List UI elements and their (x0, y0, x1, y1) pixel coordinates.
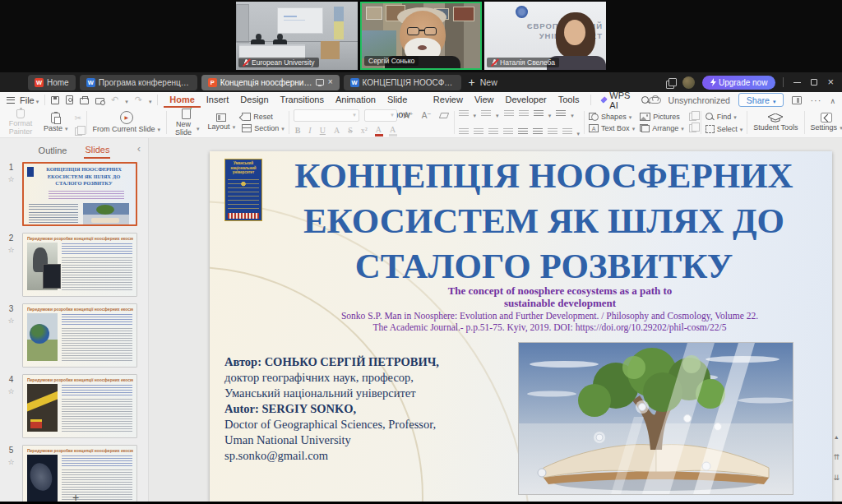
new-slide-button[interactable]: New Slide (171, 109, 201, 136)
menu-item-slide-show[interactable]: Slide Show (382, 92, 428, 108)
shrink-font-button[interactable]: A⁻ (420, 111, 433, 120)
current-slide[interactable]: Уманський національний університет КОНЦЕ… (210, 151, 832, 502)
thumbnail-preview[interactable]: Передумови розробки концепції ноосферних… (22, 303, 137, 368)
cut-scissors-icon[interactable] (75, 109, 82, 124)
copy-icon[interactable] (75, 127, 82, 136)
tab-close-icon[interactable]: × (327, 78, 333, 86)
redo-dropdown-icon[interactable] (149, 95, 152, 105)
next-slide-icon[interactable] (833, 469, 840, 483)
select-button[interactable]: Select (706, 125, 743, 133)
student-tools-button[interactable]: Student Tools (752, 113, 799, 132)
tab-word-document-2[interactable]: W КОНЦЕПЦІЯ НООСФЕРНИХ ЕКОСИ (344, 75, 461, 90)
underline-button[interactable]: U (318, 126, 327, 135)
search-icon[interactable] (641, 95, 648, 105)
italic-button[interactable]: I (307, 126, 312, 135)
close-button[interactable]: × (827, 77, 834, 87)
align-right-icon[interactable] (488, 128, 498, 136)
menu-item-view[interactable]: View (469, 92, 500, 108)
menu-item-tools[interactable]: Tools (553, 92, 585, 108)
from-current-slide-button[interactable]: From Current Slide (91, 111, 163, 134)
share-button[interactable]: Share (738, 93, 784, 107)
tab-outline[interactable]: Outline (38, 141, 68, 158)
print-button[interactable] (80, 98, 89, 104)
thumbnail-preview[interactable]: Передумови розробки концепції ноосферних… (22, 374, 137, 438)
character-spacing-button[interactable]: A (332, 126, 341, 135)
menu-item-animation[interactable]: Animation (330, 92, 382, 108)
thumbnail-preview[interactable]: Передумови розробки концепції ноосферних… (22, 445, 137, 502)
text-direction-icon[interactable] (534, 110, 544, 118)
columns-icon[interactable] (518, 128, 528, 136)
superscript-button[interactable]: x² (359, 126, 369, 135)
font-color-button[interactable]: A (374, 125, 383, 136)
print-preview-button[interactable] (95, 98, 104, 104)
previous-slide-icon[interactable] (833, 448, 840, 463)
minimize-button[interactable] (793, 82, 801, 83)
format-painter-button[interactable]: Format Painter (4, 109, 37, 136)
thumbnail-preview[interactable]: Передумови розробки концепції ноосферних… (22, 233, 137, 297)
slide-thumbnail-2[interactable]: 2 Передумови розробки концепції ноосферн… (0, 233, 148, 297)
thumbnail-preview[interactable]: КОНЦЕПЦІЯ НООСФЕРНИХ ЕКОСИСТЕМ ЯК ШЛЯХ Д… (22, 162, 137, 226)
slide-thumbnail-3[interactable]: 3 Передумови розробки концепції ноосферн… (0, 303, 148, 368)
collapse-ribbon-icon[interactable] (830, 95, 835, 105)
increase-indent-icon[interactable] (519, 110, 529, 118)
slide-thumbnail-1[interactable]: 1 КОНЦЕПЦІЯ НООСФЕРНИХ ЕКОСИСТЕМ ЯК ШЛЯХ… (0, 162, 148, 226)
export-button[interactable] (66, 95, 73, 104)
menu-item-home[interactable]: Home (164, 92, 201, 108)
font-name-dropdown[interactable] (294, 109, 359, 122)
task-pane-icon[interactable] (792, 96, 802, 104)
grow-font-button[interactable]: A⁺ (402, 111, 415, 120)
upgrade-now-button[interactable]: Upgrade now (702, 76, 775, 90)
menu-item-design[interactable]: Design (234, 92, 274, 108)
new-tab-button[interactable]: + New (469, 76, 497, 88)
slide-citation[interactable]: Sonko S.P. Man in Noosphere: Evolution a… (267, 311, 832, 333)
insert-chart-icon-disabled[interactable] (689, 113, 696, 121)
bold-button[interactable]: B (294, 126, 303, 135)
paragraph-spacing-icon[interactable] (533, 128, 543, 136)
video-tile-european-university[interactable]: European University (236, 2, 358, 70)
tab-presentation-active[interactable]: P Концепція ноосферних екос × (201, 75, 340, 90)
save-button[interactable] (51, 96, 59, 104)
text-vertical-icon[interactable] (548, 128, 557, 136)
align-left-icon[interactable] (459, 128, 469, 136)
insert-table-icon-disabled[interactable] (689, 124, 696, 132)
video-tile-sergiy-sonko-active-speaker[interactable]: Сергій Сонько (360, 2, 482, 70)
menu-item-transitions[interactable]: Transitions (275, 92, 330, 108)
align-center-icon[interactable] (474, 128, 483, 136)
tab-slides[interactable]: Slides (84, 141, 110, 159)
tree-book-image[interactable] (518, 342, 793, 495)
pictures-button[interactable]: Pictures (640, 113, 684, 121)
align-objects-icon[interactable] (562, 128, 572, 136)
university-logo[interactable]: Уманський національний університет (224, 159, 262, 221)
undo-dropdown-icon[interactable] (125, 95, 128, 105)
slide-author-block[interactable]: Автор: СОНЬКО СЕРГІЙ ПЕТРОВИЧ, доктор ге… (224, 354, 508, 464)
paste-button[interactable]: Paste (42, 113, 70, 133)
more-options-icon[interactable] (810, 95, 821, 105)
collapse-panel-icon[interactable] (137, 142, 141, 155)
slide-title[interactable]: КОНЦЕПЦІЯ НООСФЕРНИХ ЕКОСИСТЕМ ЯК ШЛЯХ Д… (262, 153, 826, 289)
highlight-color-button[interactable]: A (388, 125, 397, 136)
reset-button[interactable]: Reset (242, 113, 285, 121)
section-button[interactable]: Section (242, 124, 285, 132)
numbering-icon[interactable] (481, 110, 491, 118)
tab-word-document[interactable]: W Програма конференції 25.10.20 (80, 75, 197, 90)
add-slide-button[interactable] (72, 492, 79, 502)
file-menu-button[interactable]: File (7, 95, 39, 105)
font-size-dropdown[interactable] (364, 109, 397, 122)
strikethrough-button[interactable]: S (346, 126, 354, 135)
restore-button[interactable] (811, 79, 817, 86)
decrease-indent-icon[interactable] (504, 110, 514, 118)
slide-thumbnail-4[interactable]: 4 Передумови розробки концепції ноосферн… (0, 374, 148, 438)
clear-format-icon[interactable] (438, 113, 449, 118)
justify-icon[interactable] (503, 128, 513, 136)
user-avatar[interactable] (682, 76, 695, 89)
scroll-up-icon[interactable] (834, 428, 840, 442)
text-box-button[interactable]: A Text Box (589, 124, 635, 132)
tab-home[interactable]: W Home (28, 75, 76, 90)
slide-subtitle[interactable]: The concept of noosphere ecosystems as a… (288, 284, 832, 309)
settings-button[interactable]: Settings (809, 113, 842, 132)
layout-button[interactable]: Layout (206, 113, 238, 132)
redo-button[interactable] (135, 95, 142, 105)
arrange-button[interactable]: Arrange (640, 124, 684, 132)
shapes-button[interactable]: Shapes (589, 113, 635, 121)
wps-ai-button[interactable]: WPS AI (597, 90, 637, 110)
